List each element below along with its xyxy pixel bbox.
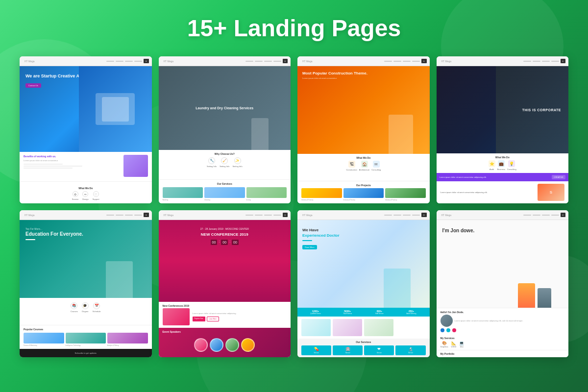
card-content-1b: What We Do ⚙ Service ✏ Design ♡ Support xyxy=(20,181,152,203)
service-icon-2: 🧹 Setting Info xyxy=(220,157,229,168)
card-btn-4: ● xyxy=(561,59,565,63)
card-content-3b: Our Projects Industry & Factory Industry… xyxy=(297,181,430,203)
icon-item-3: ♡ Support xyxy=(93,191,99,200)
popular-courses: Popular Courses xyxy=(24,328,148,331)
card-creative-agency[interactable]: HT Mega ● We are Startup Creative Agency… xyxy=(20,56,152,203)
card-content-5c: Subscribe to get updates xyxy=(20,349,152,357)
card-hero-8: I'm Jon dowe. xyxy=(437,220,569,308)
card-content-7b: Our Services 💊Service 🏥Service ❤Service … xyxy=(297,339,430,357)
card-btn-5: ● xyxy=(144,213,148,217)
my-portfolio-title: My Portfolio xyxy=(441,352,565,355)
card-logo-4: HT Mega xyxy=(441,60,451,63)
card-content-6b: Event Speakers xyxy=(159,328,291,357)
doctor-stat-1: 1200+ Qualified Doctor xyxy=(300,310,331,315)
edu-icon-3: 📅 Schedule xyxy=(93,302,101,313)
card-content-6a: New Conferences 2019 Lorem ipsum dolor s… xyxy=(159,302,291,328)
why-choose-us: Why Choose Us? xyxy=(163,152,287,155)
section-text-1: Lorem ipsum dolor sit amet consectetur xyxy=(24,159,122,162)
card-hero-title-5: Education For Everyone. xyxy=(25,231,83,237)
card-hero-title-8: I'm Jon dowe. xyxy=(442,227,475,234)
my-services-title: My Services xyxy=(441,337,565,340)
speaker-2 xyxy=(210,338,223,352)
service-icon-1: 🔧 Setting Info xyxy=(207,157,217,168)
card-hero-5: Top For More... Education For Everyone. xyxy=(20,220,152,298)
card-hero-title-7b: Experienced Doctor xyxy=(302,233,340,238)
wwd-corp-2: 💼 Business xyxy=(497,160,505,171)
card-hero-title-3: Most Popular Construction Theme. xyxy=(302,71,368,76)
card-logo-8: HT Mega xyxy=(441,214,451,217)
card-topbar-3: HT Mega ● xyxy=(297,56,430,66)
card-topbar-5: HT Mega ● xyxy=(20,210,152,220)
doctor-stat-2: 5000+ Total Patients xyxy=(332,310,363,315)
card-content-2a: Why Choose Us? 🔧 Setting Info 🧹 Setting … xyxy=(159,150,291,179)
doctor-stat-3: 800+ Staff Service xyxy=(364,310,394,315)
card-content-8b: My Services 🎨 Graphics 📐 UX/UI 💻 Dev xyxy=(437,335,569,350)
card-hero-title-6: NEW CONFERENCE 2019 xyxy=(200,232,249,237)
card-doctor[interactable]: HT Mega ● We Have Experienced Doctor Rea… xyxy=(297,210,430,357)
what-we-do-3: What We Do xyxy=(301,156,426,159)
page-wrapper: 15+ Landing Pages HT Mega ● We are Start… xyxy=(0,0,588,367)
card-content-4a: What We Do ⭐ Audit 💼 Business 💡 Consul xyxy=(437,153,569,173)
page-title: 15+ Landing Pages xyxy=(20,15,568,42)
card-logo-7: HT Mega xyxy=(302,214,312,217)
icon-item-2: ✏ Design xyxy=(82,191,88,200)
teal-card-4: 🔬Service xyxy=(395,345,425,355)
card-hero-img-1 xyxy=(79,66,151,152)
card-topbar-4: HT Mega ● xyxy=(437,56,569,66)
card-btn-7: ● xyxy=(421,213,426,217)
card-hero-3: Most Popular Construction Theme. Lorem i… xyxy=(297,66,430,154)
portfolio-service-1: 🎨 Graphics xyxy=(441,341,448,348)
new-conferences: New Conferences 2019 xyxy=(163,304,287,307)
card-btn-1: ● xyxy=(144,59,148,63)
card-btn-3: ● xyxy=(421,59,426,63)
section-label-1: Benefits of working with us. xyxy=(24,155,122,158)
speaker-4 xyxy=(241,338,255,352)
card-content-1a: Benefits of working with us. Lorem ipsum… xyxy=(20,152,152,181)
card-logo-6: HT Mega xyxy=(164,214,173,217)
card-logo-1: HT Mega xyxy=(24,60,34,63)
card-hero-title-4: THIS IS CORPORATE xyxy=(522,108,561,112)
card-portfolio[interactable]: HT Mega ● I'm Jon dowe. xyxy=(437,210,569,357)
card-topbar-1: HT Mega ● xyxy=(20,56,152,66)
teal-card-1: 💊Service xyxy=(301,345,331,355)
wwd-1: 🏗 Construction xyxy=(346,161,357,171)
card-content-5b: Popular Courses Finance & Marketing Inte… xyxy=(20,325,152,349)
what-we-do-1: What We Do xyxy=(24,187,148,190)
card-construction[interactable]: HT Mega ● Most Popular Construction Them… xyxy=(297,56,430,203)
teal-card-3: ❤Service xyxy=(364,345,394,355)
card-topbar-6: HT Mega ● xyxy=(159,210,291,220)
card-topbar-8: HT Mega ● xyxy=(437,210,569,220)
our-services: Our Services xyxy=(163,182,287,185)
card-btn-6: ● xyxy=(283,213,288,217)
icon-item-1: ⚙ Service xyxy=(72,191,78,200)
what-we-do-4: What We Do xyxy=(441,156,565,159)
purple-text: Lorem ipsum dolor sit amet consectetur a… xyxy=(440,176,550,178)
card-btn-2: ● xyxy=(283,59,288,63)
card-hero-subtitle-3: Lorem ipsum dolor sit amet consectetur xyxy=(302,77,368,79)
speaker-1 xyxy=(194,338,208,352)
edu-icon-2: 🎓 Degree xyxy=(82,302,89,313)
card-cleaning-services[interactable]: HT Mega ● Laundry and Dry Cleaning Servi… xyxy=(159,56,291,203)
wwd-3: ✉ Consulting xyxy=(371,161,381,171)
card-hero-2: Laundry and Dry Cleaning Services xyxy=(159,66,291,150)
card-hero-title-7a: We Have xyxy=(302,228,318,232)
card-btn-8: ● xyxy=(561,213,565,217)
edu-icon-1: 📚 Courses xyxy=(71,302,78,313)
wwd-corp-3: 💡 Consulting xyxy=(507,160,516,171)
card-education[interactable]: HT Mega ● Top For More... Education For … xyxy=(20,210,152,357)
wwd-2: 🏠 Architecture xyxy=(359,161,369,171)
purple-label: CREATIVE xyxy=(552,175,565,179)
card-corporate[interactable]: HT Mega ● THIS IS CORPORATE What We Do xyxy=(437,56,569,203)
our-projects: Our Projects xyxy=(301,184,426,187)
hello-text: Hello! I'm Jon Dode. xyxy=(441,311,565,314)
card-content-7a xyxy=(297,317,430,339)
portfolio-service-2: 📐 UX/UI xyxy=(451,341,457,348)
card-doctor-bar: 1200+ Qualified Doctor 5000+ Total Patie… xyxy=(297,308,430,317)
card-hero-4: THIS IS CORPORATE xyxy=(437,66,569,153)
card-hero-1: We are Startup Creative Agency. Contact … xyxy=(20,66,152,152)
card-hero-btn-1: Contact Us xyxy=(25,83,41,88)
card-content-2b: Our Services Washing Cleaning Ironing xyxy=(159,179,291,203)
card-hero-6: 27 - 28 January 2019 · MOSCONE CENTER NE… xyxy=(159,220,291,302)
card-conference[interactable]: HT Mega ● 27 - 28 January 2019 · MOSCONE… xyxy=(159,210,291,357)
card-content-8c: My Portfolio xyxy=(437,350,569,357)
